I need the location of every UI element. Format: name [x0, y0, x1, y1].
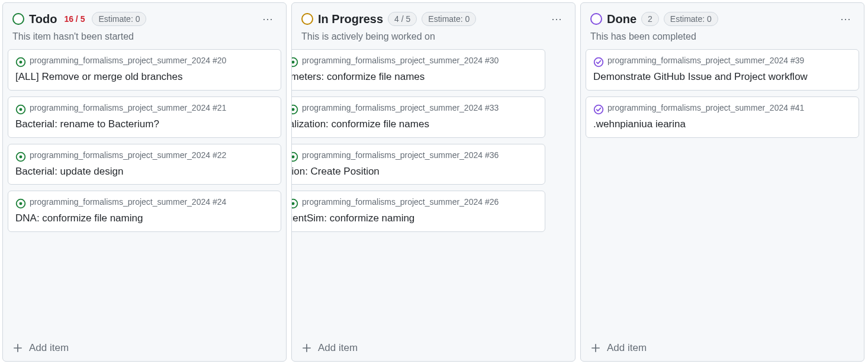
card-list: programming_formalisms_project_summer_20… — [3, 47, 286, 334]
column-estimate-badge: Estimate: 0 — [92, 12, 146, 26]
status-circle-icon — [12, 13, 24, 25]
column-title: In Progress — [318, 12, 383, 26]
issue-open-icon — [15, 57, 26, 67]
card-repo: programming_formalisms_project_summer_20… — [30, 197, 210, 207]
issue-card[interactable]: programming_formalisms_project_summer_20… — [8, 96, 281, 138]
column-todo: Todo 16 / 5 Estimate: 0 ⋯ This item hasn… — [2, 2, 287, 362]
card-repo: programming_formalisms_project_summer_20… — [30, 150, 210, 160]
card-reference: programming_formalisms_project_summer_20… — [292, 150, 538, 162]
issue-card[interactable]: programming_formalisms_project_summer_20… — [8, 49, 281, 91]
card-title: osition: Create Position — [292, 165, 538, 179]
issue-open-icon — [292, 57, 298, 67]
status-circle-icon — [590, 13, 602, 25]
column-estimate-badge: Estimate: 0 — [664, 12, 718, 26]
card-reference: programming_formalisms_project_summer_20… — [15, 197, 274, 209]
svg-point-9 — [292, 61, 294, 64]
issue-closed-icon — [593, 57, 604, 67]
column-header: Done 2 Estimate: 0 ⋯ — [581, 3, 864, 30]
card-reference: programming_formalisms_project_summer_20… — [292, 197, 538, 209]
add-item-label: Add item — [29, 342, 69, 354]
card-issue-number: #21 — [213, 103, 226, 112]
svg-point-3 — [20, 108, 22, 111]
column-estimate-badge: Estimate: 0 — [422, 12, 476, 26]
column-inprogress: In Progress 4 / 5 Estimate: 0 ⋯ This is … — [291, 2, 576, 362]
card-issue-number: #36 — [485, 150, 499, 160]
column-menu-icon[interactable]: ⋯ — [260, 10, 277, 28]
card-title: [ALL] Remove or merge old branches — [15, 70, 274, 84]
issue-card[interactable]: programming_formalisms_project_summer_20… — [586, 49, 859, 91]
issue-open-icon — [15, 104, 26, 115]
add-item-button[interactable]: Add item — [581, 334, 864, 361]
plus-icon — [12, 343, 23, 353]
issue-card[interactable]: programming_formalisms_project_summer_20… — [292, 96, 545, 138]
issue-card[interactable]: programming_formalisms_project_summer_20… — [292, 144, 545, 185]
card-issue-number: #20 — [213, 56, 226, 65]
card-reference: programming_formalisms_project_summer_20… — [15, 103, 274, 115]
issue-open-icon — [292, 152, 298, 162]
svg-point-15 — [292, 202, 294, 205]
card-title: DNA: conformize file naming — [15, 211, 274, 226]
issue-open-icon — [15, 152, 26, 162]
issue-card[interactable]: programming_formalisms_project_summer_20… — [292, 191, 545, 232]
svg-point-5 — [20, 155, 22, 158]
card-issue-number: #26 — [485, 197, 499, 207]
plus-icon — [301, 343, 312, 353]
card-list: programming_formalisms_project_summer_20… — [292, 47, 575, 334]
card-repo: programming_formalisms_project_summer_20… — [302, 56, 483, 65]
add-item-label: Add item — [607, 342, 647, 354]
card-issue-number: #22 — [213, 150, 226, 160]
column-count-badge: 4 / 5 — [388, 12, 417, 26]
column-done: Done 2 Estimate: 0 ⋯ This has been compl… — [580, 2, 864, 362]
card-list: programming_formalisms_project_summer_20… — [581, 47, 864, 334]
issue-card[interactable]: programming_formalisms_project_summer_20… — [8, 144, 281, 185]
column-count-badge: 16 / 5 — [62, 12, 87, 26]
card-reference: programming_formalisms_project_summer_20… — [593, 103, 851, 115]
svg-point-11 — [292, 108, 294, 111]
card-reference: programming_formalisms_project_summer_20… — [292, 56, 538, 67]
card-issue-number: #24 — [213, 197, 226, 207]
card-reference: programming_formalisms_project_summer_20… — [292, 103, 538, 115]
svg-point-1 — [20, 61, 22, 64]
column-menu-icon[interactable]: ⋯ — [549, 10, 565, 28]
column-count-badge: 2 — [641, 12, 659, 26]
column-menu-icon[interactable]: ⋯ — [838, 10, 854, 28]
card-title: Demonstrate GitHub Issue and Project wor… — [593, 70, 851, 84]
issue-open-icon — [292, 104, 298, 115]
svg-point-7 — [20, 202, 22, 205]
column-description: This item hasn't been started — [3, 30, 286, 47]
card-repo: programming_formalisms_project_summer_20… — [607, 56, 788, 65]
issue-card[interactable]: programming_formalisms_project_summer_20… — [586, 96, 859, 138]
issue-card[interactable]: programming_formalisms_project_summer_20… — [8, 191, 281, 232]
card-repo: programming_formalisms_project_summer_20… — [30, 56, 210, 65]
card-title: isualization: conformize file names — [292, 117, 538, 131]
card-reference: programming_formalisms_project_summer_20… — [593, 56, 851, 67]
card-title: .wehnpianiua iearina — [593, 117, 851, 131]
status-circle-icon — [301, 13, 313, 25]
card-issue-number: #30 — [485, 56, 499, 65]
column-title: Done — [607, 12, 636, 26]
add-item-button[interactable]: Add item — [292, 334, 575, 361]
issue-closed-icon — [593, 104, 604, 115]
card-repo: programming_formalisms_project_summer_20… — [30, 103, 210, 112]
card-reference: programming_formalisms_project_summer_20… — [15, 150, 274, 162]
card-title: Bacterial: rename to Bacterium? — [15, 117, 274, 131]
plus-icon — [590, 343, 601, 353]
card-issue-number: #39 — [790, 56, 804, 65]
card-title: radientSim: conformize naming — [292, 211, 538, 226]
card-reference: programming_formalisms_project_summer_20… — [15, 56, 274, 67]
column-title: Todo — [29, 12, 57, 26]
column-header: In Progress 4 / 5 Estimate: 0 ⋯ — [292, 3, 575, 30]
card-title: Bacterial: update design — [15, 165, 274, 179]
card-title: arameters: conformize file names — [292, 70, 538, 84]
issue-card[interactable]: programming_formalisms_project_summer_20… — [292, 49, 545, 91]
add-item-label: Add item — [318, 342, 358, 354]
add-item-button[interactable]: Add item — [3, 334, 286, 361]
card-repo: programming_formalisms_project_summer_20… — [302, 197, 483, 207]
card-repo: programming_formalisms_project_summer_20… — [302, 150, 483, 160]
column-description: This has been completed — [581, 30, 864, 47]
column-header: Todo 16 / 5 Estimate: 0 ⋯ — [3, 3, 286, 30]
issue-open-icon — [292, 198, 298, 209]
card-issue-number: #33 — [485, 103, 499, 112]
svg-point-13 — [292, 155, 294, 158]
card-issue-number: #41 — [790, 103, 804, 112]
